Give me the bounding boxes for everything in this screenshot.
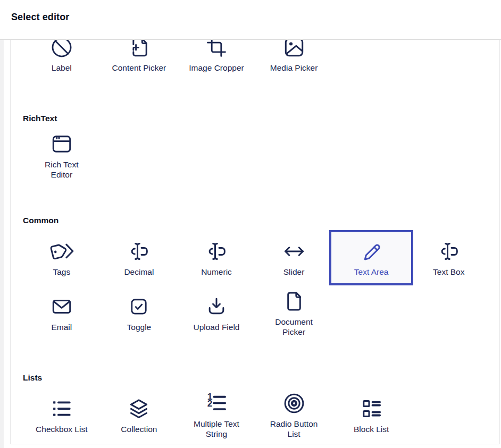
ban-icon bbox=[48, 40, 75, 60]
editor-item-label: Numeric bbox=[201, 267, 232, 277]
browser-window-icon bbox=[48, 132, 75, 156]
editor-item-label[interactable]: Label bbox=[23, 40, 101, 81]
editor-item-label: Image Cropper bbox=[189, 63, 244, 73]
editor-item-label: Checkbox List bbox=[36, 424, 87, 434]
editor-item-document-picker[interactable]: Document Picker bbox=[255, 285, 333, 341]
page-add-icon bbox=[126, 40, 152, 60]
editor-item-multiple-text-string[interactable]: 12Multiple Text String bbox=[178, 387, 255, 443]
editor-item-label: Block List bbox=[354, 424, 389, 434]
editor-item-toggle[interactable]: Toggle bbox=[101, 285, 178, 341]
editor-grid: LabelContent PickerImage CropperMedia Pi… bbox=[11, 40, 499, 81]
envelope-icon bbox=[48, 294, 75, 319]
section-header-richtext: RichText bbox=[23, 113, 499, 124]
editor-item-checkbox-list[interactable]: Checkbox List bbox=[23, 387, 101, 443]
editor-grid: TagsDecimalNumericSliderText AreaText Bo… bbox=[11, 230, 499, 341]
editor-item-label: Document Picker bbox=[275, 317, 313, 337]
editor-item-label: Text Area bbox=[354, 267, 389, 277]
editor-item-text-box[interactable]: Text Box bbox=[410, 230, 488, 285]
editor-item-label: Tags bbox=[53, 267, 70, 277]
editor-item-label: Toggle bbox=[127, 322, 152, 332]
editor-item-block-list[interactable]: Block List bbox=[332, 387, 410, 443]
editor-item-collection[interactable]: Collection bbox=[101, 387, 178, 443]
checkbox-check-icon bbox=[126, 294, 152, 319]
editor-grid: Checkbox ListCollection12Multiple Text S… bbox=[11, 387, 499, 443]
target-icon bbox=[281, 391, 307, 416]
autofill-icon bbox=[436, 239, 462, 264]
background-edge-strip bbox=[0, 40, 4, 448]
download-tray-icon bbox=[203, 294, 230, 319]
crop-icon bbox=[203, 40, 230, 60]
autofill-icon bbox=[126, 239, 152, 264]
editor-item-radio-button-list[interactable]: Radio Button List bbox=[255, 387, 333, 443]
autofill-icon bbox=[203, 239, 230, 264]
section-header-common: Common bbox=[23, 215, 499, 226]
editor-item-label: Collection bbox=[121, 424, 157, 434]
tags-icon bbox=[48, 239, 75, 264]
layers-icon bbox=[126, 396, 152, 421]
editor-item-media-picker[interactable]: Media Picker bbox=[255, 40, 333, 81]
editor-item-label: Upload Field bbox=[193, 322, 239, 332]
editor-item-tags[interactable]: Tags bbox=[23, 230, 101, 285]
editor-item-label: Content Picker bbox=[112, 63, 166, 73]
svg-text:2: 2 bbox=[207, 398, 213, 409]
editor-item-slider[interactable]: Slider bbox=[255, 230, 333, 285]
editor-item-label: Label bbox=[52, 63, 72, 73]
editor-picker-panel[interactable]: LabelContent PickerImage CropperMedia Pi… bbox=[10, 40, 500, 444]
editor-item-label: Email bbox=[51, 322, 72, 332]
editor-item-label: Slider bbox=[283, 267, 305, 277]
dialog-titlebar: Select editor bbox=[0, 0, 501, 40]
arrows-h-icon bbox=[281, 239, 307, 264]
editor-item-rich-text-editor[interactable]: Rich Text Editor bbox=[23, 128, 101, 183]
editor-item-label: Decimal bbox=[124, 267, 154, 277]
section-header-lists: Lists bbox=[23, 373, 499, 383]
editor-item-label: Media Picker bbox=[270, 63, 318, 73]
editor-grid: Rich Text Editor bbox=[11, 128, 499, 183]
editor-item-upload-field[interactable]: Upload Field bbox=[178, 285, 255, 341]
editor-item-label: Rich Text Editor bbox=[45, 159, 78, 180]
editor-item-text-area[interactable]: Text Area bbox=[329, 230, 413, 285]
editor-item-label: Multiple Text String bbox=[194, 419, 239, 439]
document-icon bbox=[281, 289, 307, 314]
editor-item-content-picker[interactable]: Content Picker bbox=[101, 40, 178, 81]
editor-item-label: Text Box bbox=[433, 267, 464, 277]
page-title: Select editor bbox=[11, 12, 69, 23]
bulleted-list-icon bbox=[48, 396, 75, 421]
pencil-icon bbox=[358, 239, 385, 264]
block-list-icon bbox=[358, 396, 385, 421]
picture-icon bbox=[281, 40, 307, 60]
editor-sections: LabelContent PickerImage CropperMedia Pi… bbox=[11, 40, 499, 443]
editor-item-label: Radio Button List bbox=[270, 419, 318, 439]
editor-item-numeric[interactable]: Numeric bbox=[178, 230, 255, 285]
editor-item-email[interactable]: Email bbox=[23, 285, 101, 341]
editor-item-decimal[interactable]: Decimal bbox=[101, 230, 178, 285]
ordered-list-icon: 12 bbox=[203, 391, 230, 416]
editor-item-image-cropper[interactable]: Image Cropper bbox=[178, 40, 255, 81]
